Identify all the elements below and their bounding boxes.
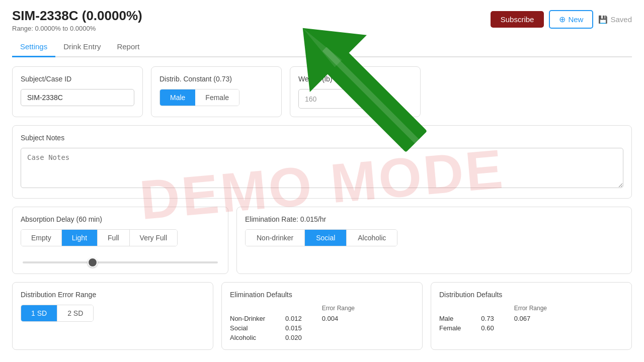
elimination-defaults-card: Elimination Defaults Non-Drinker Social …	[221, 282, 423, 350]
new-button[interactable]: ⊕ New	[549, 10, 593, 29]
dist-1sd-button[interactable]: 1 SD	[21, 305, 57, 321]
elim-col-names: Non-Drinker Social Alcoholic	[230, 305, 265, 341]
absorption-empty-button[interactable]: Empty	[21, 230, 62, 246]
top-cards-row: Subject/Case ID Distrib. Constant (0.73)…	[12, 66, 632, 117]
weight-card: Weight (lb) ▲ ▼	[290, 66, 421, 117]
weight-input[interactable]	[299, 91, 379, 107]
case-notes-textarea[interactable]	[21, 148, 623, 188]
gender-toggle: Male Female	[159, 89, 239, 106]
male-button[interactable]: Male	[160, 89, 195, 106]
notes-row: Subject Notes	[12, 125, 632, 199]
subject-case-input[interactable]	[21, 89, 134, 106]
elimination-defaults-table: Non-Drinker Social Alcoholic 0.012 0.015…	[230, 305, 414, 341]
header: SIM-2338C (0.0000%) Range: 0.0000% to 0.…	[12, 8, 632, 32]
bottom-cards-row: Distribution Error Range 1 SD 2 SD Elimi…	[12, 282, 632, 350]
absorption-very-full-button[interactable]: Very Full	[130, 230, 177, 246]
absorption-slider[interactable]	[23, 261, 218, 263]
absorption-full-button[interactable]: Full	[98, 230, 130, 246]
header-actions: Subscribe ⊕ New 💾 Saved	[491, 10, 632, 29]
elimination-card: Elimination Rate: 0.015/hr Non-drinker S…	[236, 207, 632, 274]
female-button[interactable]: Female	[195, 89, 239, 106]
tab-settings[interactable]: Settings	[12, 38, 55, 57]
tab-report[interactable]: Report	[109, 38, 147, 57]
distribution-error-label: Distribution Error Range	[21, 291, 205, 299]
elim-social-button[interactable]: Social	[305, 230, 347, 246]
absorption-card: Absorption Delay (60 min) Empty Light Fu…	[12, 207, 228, 274]
subject-notes-label: Subject Notes	[21, 134, 623, 142]
subject-case-card: Subject/Case ID	[12, 66, 143, 117]
save-icon: 💾	[598, 15, 608, 24]
saved-button[interactable]: 💾 Saved	[598, 15, 632, 24]
weight-input-wrap: ▲ ▼	[298, 89, 379, 109]
absorption-label: Absorption Delay (60 min)	[21, 215, 220, 223]
absorption-options: Empty Light Full Very Full	[21, 229, 178, 246]
elim-col-values: 0.012 0.015 0.020	[285, 305, 302, 341]
absorption-light-button[interactable]: Light	[62, 230, 98, 246]
elim-col-error: Error Range 0.004	[322, 305, 355, 341]
header-left: SIM-2338C (0.0000%) Range: 0.0000% to 0.…	[12, 8, 142, 32]
elimination-defaults-label: Elimination Defaults	[230, 291, 414, 299]
subject-case-label: Subject/Case ID	[21, 75, 134, 83]
distribution-error-card: Distribution Error Range 1 SD 2 SD	[12, 282, 213, 350]
page-title: SIM-2338C (0.0000%)	[12, 8, 142, 24]
elim-non-drinker-button[interactable]: Non-drinker	[246, 230, 305, 246]
tabs: Settings Drink Entry Report	[12, 38, 632, 57]
distribution-defaults-table: Male Female 0.73 0.60 Error Range 0.067	[439, 305, 623, 332]
subject-notes-card: Subject Notes	[12, 125, 632, 199]
distribution-defaults-card: Distribution Defaults Male Female 0.73 0…	[431, 282, 632, 350]
distrib-constant-card: Distrib. Constant (0.73) Male Female	[151, 66, 282, 117]
distribution-defaults-label: Distribution Defaults	[439, 291, 623, 299]
elimination-label: Elimination Rate: 0.015/hr	[245, 215, 623, 223]
dist-col-names: Male Female	[439, 305, 461, 332]
page-container: DEMO MODE SIM-2338C (0.0000%)	[0, 0, 644, 362]
subscribe-button[interactable]: Subscribe	[491, 11, 544, 28]
plus-circle-icon: ⊕	[559, 15, 566, 24]
dist-col-error: Error Range 0.067	[514, 305, 547, 332]
distrib-constant-label: Distrib. Constant (0.73)	[159, 75, 273, 83]
elim-alcoholic-button[interactable]: Alcoholic	[347, 230, 397, 246]
tab-drink-entry[interactable]: Drink Entry	[55, 38, 109, 57]
page-subtitle: Range: 0.0000% to 0.0000%	[12, 25, 142, 32]
distribution-error-toggle: 1 SD 2 SD	[21, 305, 94, 322]
middle-cards-row: Absorption Delay (60 min) Empty Light Fu…	[12, 207, 632, 274]
dist-col-values: 0.73 0.60	[481, 305, 494, 332]
absorption-slider-wrap	[21, 256, 220, 265]
dist-2sd-button[interactable]: 2 SD	[57, 305, 93, 321]
elimination-options: Non-drinker Social Alcoholic	[245, 229, 397, 246]
weight-label: Weight (lb)	[298, 75, 412, 83]
